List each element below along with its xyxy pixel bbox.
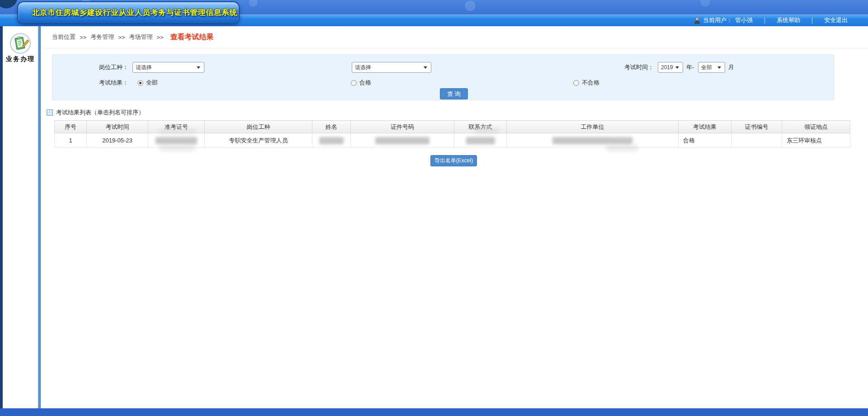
month-select[interactable]: 全部 [698, 62, 725, 73]
cell-contact [454, 133, 507, 148]
column-header-admission-no[interactable]: 准考证号 [148, 121, 205, 133]
redacted-name [319, 137, 344, 144]
export-excel-button[interactable]: 导出名单(Excel) [430, 155, 477, 166]
category-select-value: 请选择 [355, 64, 371, 71]
column-header-id-number[interactable]: 证件号码 [351, 121, 454, 133]
cell-exam-result: 合格 [679, 133, 731, 148]
current-user-label: 当前用户： [703, 16, 732, 24]
column-header-job-type[interactable]: 岗位工种 [205, 121, 312, 133]
year-select[interactable]: 2019 [658, 62, 683, 73]
list-title: 考试结果列表（单击列名可排序） [56, 109, 144, 117]
cell-work-unit [507, 133, 679, 148]
system-help-link[interactable]: 系统帮助 [777, 16, 800, 24]
sidebar-item-business[interactable]: 业务办理 [3, 55, 38, 63]
system-title: 北京市住房城乡建设行业从业人员考务与证书管理信息系统 [18, 2, 239, 23]
cell-name [312, 133, 351, 148]
table-header-row: 序号 考试时间 准考证号 岗位工种 姓名 证件号码 联系方式 工作单位 考试结果… [55, 121, 850, 133]
search-panel: 岗位工种： 请选择 请选择 考试时间： 2019 年- 全部 月 考试结果： [52, 54, 834, 100]
redacted-id-number [375, 137, 429, 144]
breadcrumb-separator: >> [156, 34, 163, 41]
current-user-name: 管小强 [735, 16, 753, 24]
system-title-banner: 北京市住房城乡建设行业从业人员考务与证书管理信息系统 [17, 1, 240, 24]
breadcrumb: 当前位置 >> 考务管理 >> 考场管理 >> 查看考试结果 [41, 26, 868, 48]
breadcrumb-separator: >> [80, 34, 86, 41]
query-button[interactable]: 查 询 [440, 88, 468, 99]
month-unit-label: 月 [728, 62, 737, 73]
result-radio-fail[interactable]: 不合格 [573, 77, 599, 88]
column-header-work-unit[interactable]: 工作单位 [507, 121, 679, 133]
breadcrumb-separator: >> [118, 34, 125, 41]
cell-seq: 1 [55, 133, 87, 148]
radio-label-fail: 不合格 [582, 79, 599, 87]
column-header-name[interactable]: 姓名 [312, 121, 351, 133]
cell-exam-time: 2019-05-23 [87, 133, 148, 148]
category-select[interactable]: 请选择 [352, 62, 431, 73]
redacted-work-unit [552, 137, 632, 144]
redacted-admission-no [156, 137, 197, 144]
main-region: 业务办理 当前位置 >> 考务管理 >> 考场管理 >> 查看考试结果 岗位工种… [0, 26, 868, 408]
cell-cert-location: 东三环审核点 [782, 133, 850, 148]
column-header-cert-no[interactable]: 证书编号 [731, 121, 782, 133]
topbar-divider [764, 17, 765, 24]
job-type-select-value: 请选择 [136, 64, 152, 71]
business-clipboard-icon[interactable] [9, 33, 31, 54]
result-radio-pass[interactable]: 合格 [351, 77, 371, 88]
table-row: 1 2019-05-23 专职安全生产管理人员 合格 东三环审核点 [55, 133, 850, 148]
page-title: 查看考试结果 [170, 33, 214, 42]
column-header-exam-result[interactable]: 考试结果 [679, 121, 731, 133]
cell-id-number [351, 133, 454, 148]
year-unit-label: 年- [686, 62, 699, 73]
job-type-select[interactable]: 请选择 [132, 62, 204, 73]
column-header-seq[interactable]: 序号 [55, 121, 87, 133]
column-header-cert-location[interactable]: 领证地点 [782, 121, 850, 133]
radio-label-pass: 合格 [359, 79, 371, 87]
results-table: 序号 考试时间 准考证号 岗位工种 姓名 证件号码 联系方式 工作单位 考试结果… [54, 120, 850, 148]
exam-result-label: 考试结果： [52, 77, 128, 88]
radio-button-fail[interactable] [573, 80, 579, 86]
redacted-contact [466, 137, 495, 144]
exam-time-label: 考试时间： [609, 62, 654, 73]
column-header-contact[interactable]: 联系方式 [454, 121, 507, 133]
content-area: 当前位置 >> 考务管理 >> 考场管理 >> 查看考试结果 岗位工种： 请选择… [41, 26, 868, 408]
column-header-exam-time[interactable]: 考试时间 [87, 121, 148, 133]
year-select-value: 2019 [661, 64, 673, 71]
breadcrumb-item-exam-admin[interactable]: 考务管理 [90, 33, 114, 41]
list-header: 考试结果列表（单击列名可排序） [47, 109, 144, 117]
breadcrumb-location-label: 当前位置 [52, 33, 75, 41]
radio-button-all[interactable] [137, 80, 143, 86]
breadcrumb-item-venue-admin[interactable]: 考场管理 [129, 33, 152, 41]
cell-admission-no [148, 133, 205, 148]
radio-label-all: 全部 [146, 79, 158, 87]
user-area: 当前用户： 管小强 系统帮助 安全退出 [694, 14, 848, 26]
sidebar: 业务办理 [3, 26, 38, 408]
cell-cert-no [731, 133, 782, 148]
month-select-value: 全部 [701, 64, 712, 71]
radio-button-pass[interactable] [351, 80, 357, 86]
user-avatar-icon [694, 17, 700, 24]
cell-job-type: 专职安全生产管理人员 [205, 133, 312, 148]
table-grid-icon [47, 109, 53, 116]
job-type-label: 岗位工种： [52, 62, 128, 73]
logout-link[interactable]: 安全退出 [824, 16, 848, 24]
result-radio-all[interactable]: 全部 [137, 77, 158, 88]
page: 当前用户： 管小强 系统帮助 安全退出 北京市住房城乡建设行业从业人员考务与证书… [0, 0, 868, 416]
topbar-divider [812, 17, 812, 24]
